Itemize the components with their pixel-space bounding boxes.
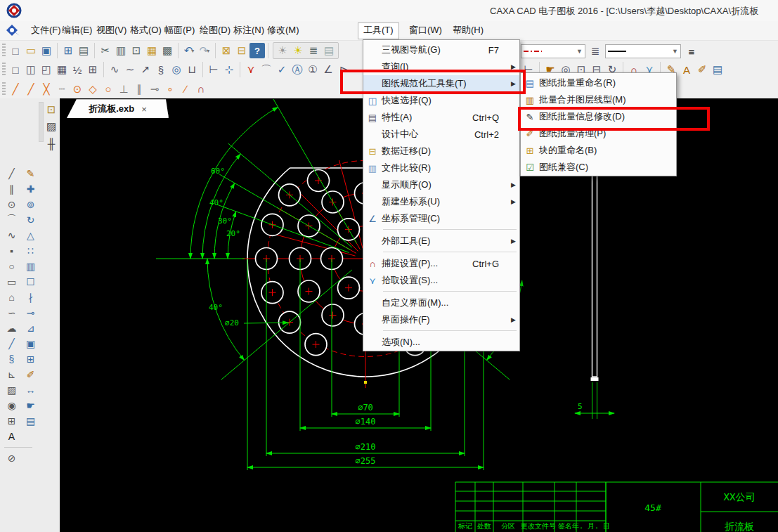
ellipse-tool[interactable]: ○ — [2, 259, 21, 274]
dash-snap-button[interactable]: ┄ — [54, 82, 70, 97]
paste-special-button[interactable]: ▩ — [160, 43, 175, 58]
tools-menu-item-5[interactable]: 设计中心Ctrl+2 — [363, 126, 519, 143]
tools-menu-item-4[interactable]: ▤特性(A)Ctrl+Q — [363, 109, 519, 126]
submenu-item-4[interactable]: ⊞块的重命名(B) — [521, 142, 676, 159]
tab-close-icon[interactable]: × — [141, 104, 147, 115]
submenu-item-1[interactable]: ▥批量合并图层线型(M) — [521, 91, 676, 108]
cut-button[interactable]: ✂ — [98, 43, 113, 58]
half-scale-button[interactable]: ½ — [70, 62, 85, 77]
tools-menu-item-18[interactable]: 界面操作(F)▶ — [363, 311, 519, 328]
submenu-item-0[interactable]: ▤图纸批量重命名(R) — [521, 74, 676, 91]
linear-dim-button[interactable]: ⊢ — [206, 62, 221, 77]
layer-stack-button[interactable]: ≣ — [306, 43, 321, 58]
dropdown-chevron-icon[interactable]: ▾ — [207, 48, 209, 54]
rectangle-tool[interactable]: ▭ — [2, 274, 21, 290]
leader-button[interactable]: ⋎ — [243, 62, 259, 77]
cylinder-view-button[interactable]: ⊔ — [184, 62, 200, 77]
tools-menu-item-15[interactable]: ⋎拾取设置(S)... — [363, 272, 519, 289]
help-button[interactable]: ? — [249, 43, 265, 58]
line-tool[interactable]: ╱ — [2, 166, 21, 181]
quadrant-snap-button[interactable]: ◇ — [85, 82, 101, 97]
node-snap-button[interactable]: ∘ — [162, 82, 178, 97]
tools-menu-item-20[interactable]: 选项(N)... — [363, 334, 519, 351]
tools-menu-item-9[interactable]: 新建坐标系(U)▶ — [363, 193, 519, 210]
tools-menu-item-0[interactable]: 三视图导航(G)F7 — [363, 41, 519, 58]
fence-mini-button[interactable]: ╫ — [44, 136, 59, 151]
shape-group-button[interactable]: § — [153, 62, 169, 77]
dim-arrows-tool[interactable]: ↔ — [21, 382, 40, 398]
undo-button[interactable]: ↶▾ — [181, 43, 197, 58]
text-tool[interactable]: A — [2, 429, 21, 444]
point-tool[interactable]: ▪ — [2, 243, 21, 259]
arc-tool[interactable]: ⌒ — [2, 212, 21, 228]
redo-button[interactable]: ↷▾ — [197, 43, 212, 58]
text-pencil-button[interactable]: A — [679, 62, 694, 77]
paste-table-tool[interactable]: ▤ — [21, 413, 40, 429]
overlap-tool[interactable]: ▥ — [21, 259, 40, 274]
no-magnet-snap-button[interactable]: ∩ — [193, 82, 209, 97]
stamp-tool[interactable]: § — [2, 351, 21, 367]
endpoint-snap-button[interactable]: ╱ — [8, 82, 23, 97]
toolbar-grip[interactable] — [2, 44, 6, 58]
dim-pencil-tool[interactable]: ✐ — [21, 367, 40, 382]
table-text-button[interactable]: ⊞ — [85, 62, 101, 77]
paste-special-mini-button[interactable]: ⊡ — [44, 102, 59, 117]
zoom-circle-button[interactable]: ◎ — [169, 62, 184, 77]
axis-tool[interactable]: ⊾ — [2, 367, 21, 382]
move-tool[interactable]: ✚ — [21, 181, 40, 197]
frame-part-button[interactable]: ◰ — [39, 62, 54, 77]
print-button[interactable]: ▤ — [76, 43, 91, 58]
clipboard-tool[interactable]: ▣ — [21, 336, 40, 351]
copy-button[interactable]: ▥ — [113, 43, 129, 58]
save-file-button[interactable]: ▣ — [39, 43, 54, 58]
center-snap-button[interactable]: ⊙ — [70, 82, 85, 97]
menubar-item-4[interactable]: 幅面(P) — [160, 22, 200, 38]
table-tool[interactable]: ⊞ — [2, 413, 21, 429]
toolbar-grip[interactable] — [2, 63, 6, 77]
paste-button[interactable]: ▦ — [144, 43, 160, 58]
menubar-item-7[interactable]: 修改(M) — [262, 22, 304, 38]
chevron-down-icon[interactable]: ▼ — [672, 48, 678, 55]
text-pole-button[interactable]: Ⓐ — [290, 62, 305, 77]
perpendicular-snap-button[interactable]: ⊥ — [116, 82, 131, 97]
pick-arrow-button[interactable]: ↗ — [138, 62, 153, 77]
balloon-number-button[interactable]: ① — [305, 62, 320, 77]
rotate-tool[interactable]: ↻ — [21, 212, 40, 228]
line-width-button[interactable]: ≡ — [684, 44, 699, 59]
copy-tool[interactable]: ⊚ — [21, 197, 40, 212]
arc-text-button[interactable]: ⌒ — [259, 62, 274, 77]
wave-line-button[interactable]: ∿ — [107, 62, 122, 77]
grid-frame-button[interactable]: ▦ — [54, 62, 70, 77]
tools-menu-item-3[interactable]: ◫快速选择(Q) — [363, 92, 519, 109]
line-style-combo[interactable]: ▼ — [605, 44, 681, 58]
tools-menu-item-14[interactable]: ∩捕捉设置(P)...Ctrl+G — [363, 255, 519, 272]
lamp-off-button[interactable]: ☀ — [275, 43, 290, 58]
slope-snap-button[interactable]: ∕ — [178, 82, 193, 97]
save-as-button[interactable]: ⊞ — [60, 43, 76, 58]
distance-snap-button[interactable]: ⊸ — [147, 82, 162, 97]
spline-pencil-tool[interactable]: ✎ — [21, 166, 40, 181]
tools-menu-item-10[interactable]: ∠坐标系管理(C) — [363, 210, 519, 227]
angle-dim-button[interactable]: ∠ — [320, 62, 336, 77]
box3d-tool[interactable]: ⊞ — [21, 351, 40, 367]
tools-menu-item-7[interactable]: ▥文件比较(R) — [363, 160, 519, 176]
cloud-tool[interactable]: ☁ — [2, 320, 21, 336]
chevron-down-icon[interactable]: ▼ — [576, 48, 583, 55]
tools-menu-item-8[interactable]: 显示顺序(O)▶ — [363, 176, 519, 193]
wave-tool[interactable]: ∿ — [2, 228, 21, 243]
tools-menu-item-6[interactable]: ⊟数据迁移(D) — [363, 143, 519, 160]
array-tool[interactable]: ∷ — [21, 243, 40, 259]
open-file-button[interactable]: ▭ — [23, 43, 39, 58]
hatch-mini-button[interactable]: ▨ — [44, 119, 59, 134]
tools-menu-item-17[interactable]: 自定义界面(M)... — [363, 294, 519, 311]
toolbar-grip[interactable] — [2, 82, 6, 96]
hatch-tool[interactable]: ▨ — [2, 382, 21, 398]
menubar-item-8[interactable]: 工具(T) — [358, 22, 399, 39]
tools-menu-item-12[interactable]: 外部工具(E)▶ — [363, 233, 519, 249]
zigzag-line-button[interactable]: ∼ — [122, 62, 138, 77]
menubar-item-9[interactable]: 窗口(W) — [404, 22, 447, 38]
tangent-snap-button[interactable]: ○ — [101, 82, 116, 97]
mirror-tool[interactable]: △ — [21, 228, 40, 243]
toolbar-drag-handle[interactable] — [39, 102, 44, 142]
polygon-tool[interactable]: ⌂ — [2, 290, 21, 305]
